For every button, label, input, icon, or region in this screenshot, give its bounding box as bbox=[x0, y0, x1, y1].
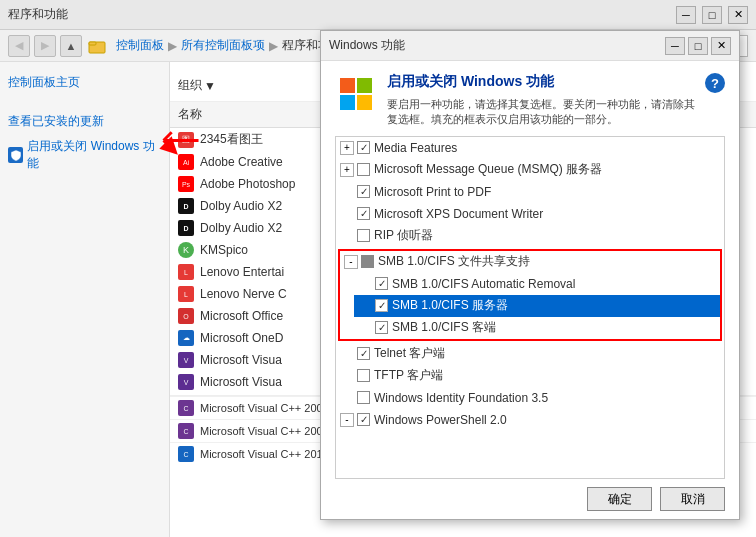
checkbox-smb-header[interactable] bbox=[361, 255, 374, 268]
dialog-overlay: Windows 功能 ─ □ ✕ 启用或关闭 Windows 功能 要启用一种功… bbox=[0, 0, 756, 537]
tree-item-smb-server[interactable]: SMB 1.0/CIFS 服务器 bbox=[354, 295, 720, 317]
help-icon[interactable]: ? bbox=[705, 73, 725, 93]
checkbox-powershell[interactable] bbox=[357, 413, 370, 426]
dialog-header: 启用或关闭 Windows 功能 要启用一种功能，请选择其复选框。要关闭一种功能… bbox=[321, 61, 739, 136]
checkbox-media-features[interactable] bbox=[357, 141, 370, 154]
dialog-description: 要启用一种功能，请选择其复选框。要关闭一种功能，请清除其复选框。填充的框表示仅启… bbox=[387, 97, 695, 128]
dialog-main-title: 启用或关闭 Windows 功能 bbox=[387, 73, 695, 91]
tree-item-print-pdf[interactable]: Microsoft Print to PDF bbox=[336, 181, 724, 203]
dialog-title-text: Windows 功能 bbox=[329, 37, 662, 54]
tree-item-smb-auto[interactable]: SMB 1.0/CIFS Automatic Removal bbox=[354, 273, 720, 295]
svg-rect-3 bbox=[357, 78, 372, 93]
close-dialog-button[interactable]: ✕ bbox=[711, 37, 731, 55]
checkbox-smb-auto[interactable] bbox=[375, 277, 388, 290]
checkbox-msmq[interactable] bbox=[357, 163, 370, 176]
ok-button[interactable]: 确定 bbox=[587, 487, 652, 511]
checkbox-identity[interactable] bbox=[357, 391, 370, 404]
maximize-dialog-button[interactable]: □ bbox=[688, 37, 708, 55]
tree-item-tftp[interactable]: TFTP 客户端 bbox=[336, 365, 724, 387]
expand-media-features[interactable]: + bbox=[340, 141, 354, 155]
windows-features-dialog: Windows 功能 ─ □ ✕ 启用或关闭 Windows 功能 要启用一种功… bbox=[320, 30, 740, 520]
tree-item-identity[interactable]: Windows Identity Foundation 3.5 bbox=[336, 387, 724, 409]
checkbox-tftp[interactable] bbox=[357, 369, 370, 382]
tree-item-media-features[interactable]: + Media Features bbox=[336, 137, 724, 159]
dialog-footer: 确定 取消 bbox=[321, 479, 739, 519]
checkbox-smb-client[interactable] bbox=[375, 321, 388, 334]
svg-rect-5 bbox=[357, 95, 372, 110]
windows-logo-icon bbox=[335, 73, 377, 115]
svg-rect-4 bbox=[340, 95, 355, 110]
tree-item-smb-header[interactable]: - SMB 1.0/CIFS 文件共享支持 bbox=[340, 251, 720, 273]
minimize-dialog-button[interactable]: ─ bbox=[665, 37, 685, 55]
expand-powershell[interactable]: - bbox=[340, 413, 354, 427]
dialog-titlebar: Windows 功能 ─ □ ✕ bbox=[321, 31, 739, 61]
expand-msmq[interactable]: + bbox=[340, 163, 354, 177]
checkbox-rip[interactable] bbox=[357, 229, 370, 242]
features-tree[interactable]: + Media Features + Microsoft Message Que… bbox=[335, 136, 725, 479]
tree-item-rip[interactable]: RIP 侦听器 bbox=[336, 225, 724, 247]
tree-item-telnet[interactable]: Telnet 客户端 bbox=[336, 343, 724, 365]
cancel-button[interactable]: 取消 bbox=[660, 487, 725, 511]
tree-item-powershell[interactable]: - Windows PowerShell 2.0 bbox=[336, 409, 724, 431]
svg-rect-2 bbox=[340, 78, 355, 93]
checkbox-telnet[interactable] bbox=[357, 347, 370, 360]
checkbox-print-pdf[interactable] bbox=[357, 185, 370, 198]
tree-item-msmq[interactable]: + Microsoft Message Queue (MSMQ) 服务器 bbox=[336, 159, 724, 181]
tree-item-smb-client[interactable]: SMB 1.0/CIFS 客端 bbox=[354, 317, 720, 339]
checkbox-xps[interactable] bbox=[357, 207, 370, 220]
smb-group: - SMB 1.0/CIFS 文件共享支持 SMB 1.0/CIFS Autom… bbox=[338, 249, 722, 341]
checkbox-smb-server[interactable] bbox=[375, 299, 388, 312]
expand-smb[interactable]: - bbox=[344, 255, 358, 269]
dialog-header-text: 启用或关闭 Windows 功能 要启用一种功能，请选择其复选框。要关闭一种功能… bbox=[387, 73, 695, 128]
tree-item-xps[interactable]: Microsoft XPS Document Writer bbox=[336, 203, 724, 225]
